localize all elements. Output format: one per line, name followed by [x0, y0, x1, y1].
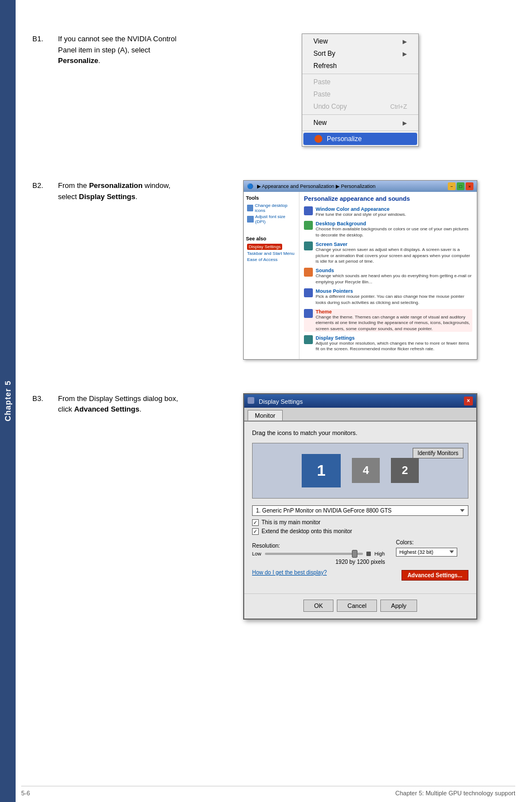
resolution-label: Resolution:	[252, 543, 385, 549]
minimize-btn[interactable]: −	[448, 182, 456, 190]
resolution-slider[interactable]	[265, 553, 364, 555]
persona-sidebar: Tools Change desktop icons Adjust font s…	[244, 192, 299, 359]
mouse-icon	[304, 288, 313, 297]
sidebar-font-size[interactable]: Adjust font size (DPI)	[246, 214, 297, 225]
advanced-settings-btn[interactable]: Advanced Settings...	[402, 570, 468, 581]
display-desc: Adjust your monitor resolution, which ch…	[316, 341, 472, 352]
colors-dropdown-arrow	[449, 550, 454, 553]
window-color-icon	[304, 206, 313, 215]
dialog-close-btn[interactable]: ×	[464, 397, 473, 405]
menu-item-new[interactable]: New▶	[302, 117, 418, 129]
icons-icon	[247, 205, 253, 211]
persona-item-mouse: Mouse Pointers Pick a different mouse po…	[304, 288, 472, 306]
colors-dropdown[interactable]: Highest (32 bit)	[396, 548, 457, 557]
resolution-slider-row: Low High	[252, 551, 385, 557]
dialog-tabs: Monitor	[244, 408, 476, 422]
personalize-icon	[315, 135, 322, 143]
persona-title-path: ▶ Appearance and Personalization ▶ Perso…	[257, 183, 376, 189]
sidebar-see-also: See also Display Settings Taskbar and St…	[246, 236, 297, 263]
cancel-btn[interactable]: Cancel	[337, 600, 377, 612]
apply-btn[interactable]: Apply	[380, 600, 417, 612]
sidebar-display-settings[interactable]: Display Settings	[246, 243, 297, 250]
step-b3-id: B3.	[32, 393, 49, 404]
monitor-area: Identify Monitors 1 4 2	[252, 443, 468, 499]
monitor-dropdown[interactable]: 1. Generic PnP Monitor on NVIDIA GeForce…	[252, 505, 468, 516]
colors-label: Colors:	[396, 539, 468, 545]
monitor-dropdown-value: 1. Generic PnP Monitor on NVIDIA GeForce…	[256, 508, 391, 514]
sidebar-ease-of-access[interactable]: Ease of Access	[246, 257, 297, 263]
persona-item-window-color: Window Color and Appearance Fine tune th…	[304, 206, 472, 218]
personalization-window: 🔵 ▶ Appearance and Personalization ▶ Per…	[243, 180, 477, 360]
persona-item-theme: Theme Change the theme. Themes can chang…	[304, 309, 472, 332]
theme-desc: Change the theme. Themes can change a wi…	[316, 315, 472, 332]
checkbox-extend-desktop: ✓ Extend the desktop onto this monitor	[252, 528, 468, 535]
separator-1	[302, 74, 418, 74]
slider-high-label: High	[374, 551, 385, 557]
section-b2-image: 🔵 ▶ Appearance and Personalization ▶ Per…	[205, 180, 515, 360]
section-b3-image: Display Settings × Monitor Drag the icon…	[205, 393, 515, 620]
persona-item-screen-saver: Screen Saver Change your screen saver as…	[304, 241, 472, 264]
slider-thumb	[352, 550, 357, 558]
persona-main: Personalize appearance and sounds Window…	[299, 192, 477, 359]
page-number: 5-6	[21, 790, 30, 796]
section-b3: B3. From the Display Settings dialog box…	[32, 393, 515, 620]
sidebar-change-icons[interactable]: Change desktop icons	[246, 202, 297, 214]
extend-desktop-label: Extend the desktop onto this monitor	[262, 528, 352, 534]
theme-icon	[304, 309, 313, 318]
chapter-tab-label: Chapter 5	[3, 380, 12, 422]
dialog-titlebar: Display Settings ×	[244, 394, 476, 408]
persona-item-sounds: Sounds Change which sounds are heard whe…	[304, 268, 472, 285]
screen-saver-desc: Change your screen saver as adjust when …	[316, 247, 472, 264]
slider-low-label: Low	[252, 551, 262, 557]
menu-item-personalize[interactable]: Personalize	[303, 133, 417, 145]
menu-item-paste-shortcut: Paste	[302, 88, 418, 100]
persona-item-display: Display Settings Adjust your monitor res…	[304, 335, 472, 352]
font-icon	[247, 216, 254, 223]
step-b2-id: B2.	[32, 180, 49, 191]
main-monitor-checkbox[interactable]: ✓	[252, 519, 259, 526]
section-b3-text: B3. From the Display Settings dialog box…	[32, 393, 188, 620]
menu-item-refresh[interactable]: Refresh	[302, 60, 418, 72]
sidebar-taskbar[interactable]: Taskbar and Start Menu	[246, 250, 297, 257]
footer-title: Chapter 5: Multiple GPU technology suppo…	[395, 790, 515, 796]
section-b2: B2. From the Personalization window, sel…	[32, 180, 515, 360]
slider-high-icon	[366, 552, 371, 556]
menu-item-sort-by[interactable]: Sort By▶	[302, 47, 418, 60]
maximize-btn[interactable]: □	[457, 182, 465, 190]
extend-desktop-checkbox[interactable]: ✓	[252, 528, 259, 535]
sounds-desc: Change which sounds are heard when you d…	[316, 273, 472, 285]
context-menu: View▶ Sort By▶ Refresh Paste Paste Undo …	[302, 33, 419, 147]
ok-btn[interactable]: OK	[303, 600, 333, 612]
dialog-footer: OK Cancel Apply	[244, 593, 476, 619]
desktop-bg-icon	[304, 221, 313, 230]
desktop-bg-desc: Choose from available backgrounds or col…	[316, 226, 472, 238]
step-b2-desc: From the Personalization window, select …	[58, 180, 188, 202]
step-b1-desc: If you cannot see the NVIDIA Control Pan…	[58, 33, 188, 66]
dialog-instruction: Drag the icons to match your monitors.	[252, 429, 468, 436]
see-also-label: See also	[246, 236, 297, 241]
titlebar-buttons: − □ ×	[448, 182, 473, 190]
menu-item-paste: Paste	[302, 76, 418, 88]
display-settings-link[interactable]: Display Settings	[247, 244, 282, 250]
step-b1-id: B1.	[32, 33, 49, 45]
menu-item-view[interactable]: View▶	[302, 35, 418, 47]
mouse-title: Mouse Pointers	[316, 288, 472, 294]
checkbox-main-monitor: ✓ This is my main monitor	[252, 519, 468, 526]
persona-main-title: Personalize appearance and sounds	[304, 195, 472, 202]
best-display-link[interactable]: How do I get the best display?	[252, 569, 327, 576]
monitor-2: 4	[352, 458, 380, 483]
persona-item-desktop-bg: Desktop Background Choose from available…	[304, 221, 472, 238]
sidebar-tools-label: Tools	[246, 195, 297, 201]
identify-monitors-btn[interactable]: Identify Monitors	[413, 448, 463, 458]
dropdown-arrow-icon	[460, 509, 465, 512]
close-btn[interactable]: ×	[466, 182, 473, 190]
step-b3-desc: From the Display Settings dialog box, cl…	[58, 393, 188, 415]
resolution-pixels: 1920 by 1200 pixels	[252, 559, 468, 565]
section-b2-text: B2. From the Personalization window, sel…	[32, 180, 188, 360]
section-b1-text: B1. If you cannot see the NVIDIA Control…	[32, 33, 188, 147]
monitor-3: 2	[391, 458, 419, 483]
monitor-1: 1	[302, 454, 341, 487]
main-monitor-label: This is my main monitor	[262, 519, 321, 525]
dialog-body: Drag the icons to match your monitors. I…	[244, 422, 476, 593]
tab-monitor[interactable]: Monitor	[248, 410, 283, 421]
